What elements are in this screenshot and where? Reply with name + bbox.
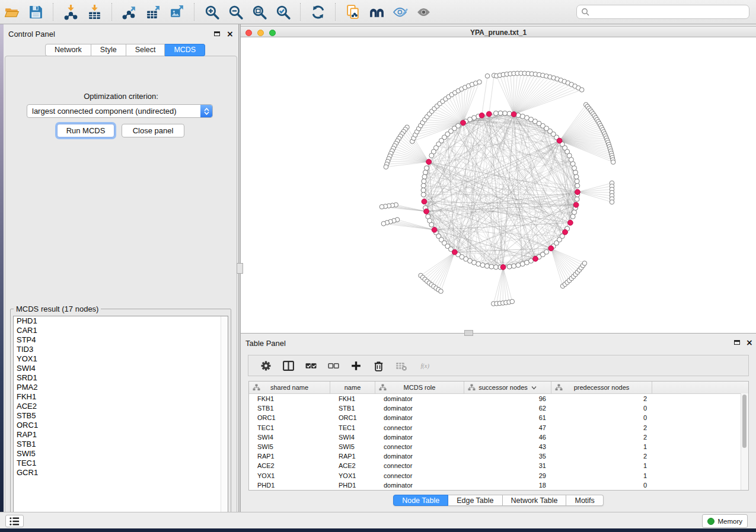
- tab-mcds[interactable]: MCDS: [165, 44, 205, 56]
- delete-entry-button[interactable]: [369, 357, 387, 374]
- column-header-MCDS-role[interactable]: MCDS role: [375, 382, 464, 393]
- graph-node[interactable]: [429, 153, 434, 158]
- table-row[interactable]: SWI4SWI4dominator462: [249, 432, 748, 442]
- table-row[interactable]: PHD1PHD1dominator180: [249, 480, 748, 490]
- table-row[interactable]: YOX1YOX1connector291: [249, 471, 748, 480]
- add-entry-button[interactable]: [347, 357, 365, 374]
- deselect-all-button[interactable]: [324, 357, 342, 374]
- network-canvas[interactable]: [241, 37, 756, 333]
- graph-node[interactable]: [544, 249, 549, 254]
- graph-hub-node[interactable]: [479, 113, 484, 118]
- table-row[interactable]: TEC1TEC1connector472: [249, 423, 748, 432]
- graph-node[interactable]: [582, 261, 587, 266]
- zoom-selected-button[interactable]: [273, 2, 293, 22]
- table-panel-float-button[interactable]: [734, 340, 740, 345]
- close-panel-button[interactable]: Close panel: [122, 124, 184, 137]
- control-panel-float-button[interactable]: [214, 31, 220, 36]
- status-list-button[interactable]: [5, 515, 24, 527]
- export-network-button[interactable]: [119, 2, 139, 22]
- graph-hub-node[interactable]: [548, 246, 554, 251]
- graph-node[interactable]: [610, 200, 614, 204]
- select-all-button[interactable]: [302, 357, 320, 374]
- graph-node[interactable]: [424, 166, 429, 171]
- column-header-successor-nodes[interactable]: successor nodes: [464, 382, 551, 393]
- graph-hub-node[interactable]: [452, 249, 457, 255]
- graph-node[interactable]: [485, 73, 490, 78]
- graph-node[interactable]: [572, 210, 577, 214]
- tab-select[interactable]: Select: [126, 44, 165, 56]
- graph-node[interactable]: [480, 262, 485, 267]
- horizontal-splitter-handle[interactable]: [464, 330, 473, 336]
- mcds-result-item[interactable]: FKH1: [14, 392, 228, 402]
- mcds-result-item[interactable]: RAP1: [14, 430, 228, 440]
- mcds-result-item[interactable]: YOX1: [14, 354, 228, 364]
- graph-node[interactable]: [575, 197, 579, 201]
- mcds-result-item[interactable]: GCR1: [14, 468, 228, 477]
- graph-node[interactable]: [423, 170, 428, 175]
- table-row[interactable]: ORC1ORC1dominator610: [249, 413, 748, 422]
- graph-hub-node[interactable]: [575, 190, 580, 195]
- table-panel-close-icon[interactable]: ×: [746, 339, 753, 346]
- import-network-button[interactable]: [60, 2, 81, 22]
- hide-selected-button[interactable]: [390, 2, 410, 22]
- graph-hub-node[interactable]: [432, 227, 437, 233]
- zoom-in-button[interactable]: [202, 2, 222, 22]
- run-mcds-button[interactable]: Run MCDS: [57, 124, 114, 137]
- graph-hub-node[interactable]: [557, 138, 562, 143]
- tab-motifs[interactable]: Motifs: [566, 495, 603, 506]
- criterion-dropdown[interactable]: largest connected component (undirected): [27, 104, 213, 118]
- graph-node[interactable]: [381, 222, 386, 226]
- table-row[interactable]: STB1STB1dominator620: [249, 403, 748, 413]
- export-image-button[interactable]: [167, 2, 187, 22]
- mcds-result-item[interactable]: SWI4: [14, 364, 228, 373]
- graph-hub-node[interactable]: [461, 120, 466, 126]
- graph-node[interactable]: [489, 264, 494, 269]
- graph-node[interactable]: [477, 80, 482, 85]
- export-table-button[interactable]: [143, 2, 163, 22]
- graph-node[interactable]: [575, 183, 580, 188]
- graph-node[interactable]: [484, 264, 489, 268]
- graph-node[interactable]: [503, 111, 508, 116]
- open-session-button[interactable]: [2, 2, 22, 22]
- table-scrollbar[interactable]: [741, 393, 748, 490]
- mcds-result-item[interactable]: STB1: [14, 440, 228, 449]
- graph-hub-node[interactable]: [573, 202, 579, 207]
- split-panel-button[interactable]: [279, 357, 297, 374]
- graph-hub-node[interactable]: [511, 112, 516, 117]
- graph-node[interactable]: [493, 111, 498, 116]
- graph-node[interactable]: [611, 160, 615, 165]
- tab-edge-table[interactable]: Edge Table: [448, 495, 502, 506]
- graph-node[interactable]: [579, 88, 584, 92]
- vertical-splitter-handle[interactable]: [237, 263, 243, 274]
- mcds-result-item[interactable]: CAR1: [14, 326, 228, 335]
- graph-hub-node[interactable]: [567, 220, 573, 226]
- graph-hub-node[interactable]: [563, 229, 568, 235]
- mcds-result-item[interactable]: ACE2: [14, 402, 228, 411]
- column-header-shared-name[interactable]: shared name: [249, 382, 330, 393]
- memory-button[interactable]: Memory: [702, 514, 748, 528]
- import-table-button[interactable]: [84, 2, 104, 22]
- graph-node[interactable]: [510, 299, 515, 304]
- graph-hub-node[interactable]: [533, 256, 538, 261]
- mcds-result-item[interactable]: TID3: [14, 345, 228, 354]
- network-graph[interactable]: [241, 37, 756, 333]
- table-row[interactable]: RAP1RAP1dominator352: [249, 451, 748, 461]
- graph-node[interactable]: [507, 264, 512, 269]
- graph-node[interactable]: [384, 165, 388, 169]
- graph-hub-node[interactable]: [424, 209, 429, 214]
- show-all-button[interactable]: [414, 2, 434, 22]
- graph-hub-node[interactable]: [486, 111, 492, 117]
- graph-node[interactable]: [421, 193, 426, 197]
- control-panel-close-icon[interactable]: ×: [227, 30, 234, 37]
- network-window-titlebar[interactable]: YPA_prune.txt_1: [241, 26, 756, 37]
- tab-node-table[interactable]: Node Table: [393, 495, 448, 506]
- graph-node[interactable]: [421, 188, 426, 193]
- graph-node[interactable]: [421, 183, 426, 188]
- graph-node[interactable]: [574, 174, 579, 179]
- mcds-result-item[interactable]: SWI5: [14, 449, 228, 459]
- mcds-result-item[interactable]: STP4: [14, 335, 228, 345]
- graph-hub-node[interactable]: [500, 265, 506, 270]
- graph-node[interactable]: [520, 114, 525, 118]
- graph-node[interactable]: [512, 264, 516, 268]
- result-list-scrollbar[interactable]: [221, 316, 228, 527]
